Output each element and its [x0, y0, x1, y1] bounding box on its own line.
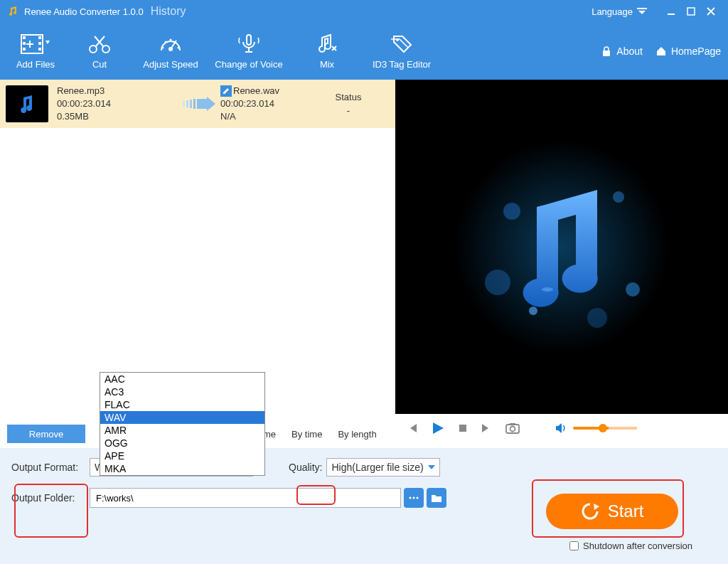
- minimize-button[interactable]: [661, 4, 681, 19]
- close-button[interactable]: [701, 4, 721, 19]
- edit-target-icon[interactable]: [220, 85, 232, 97]
- play-button[interactable]: [431, 421, 445, 435]
- start-label: Start: [608, 501, 644, 521]
- svg-rect-28: [455, 140, 668, 353]
- prev-button[interactable]: [407, 422, 418, 434]
- quality-select[interactable]: High(Larger file size): [326, 458, 440, 477]
- svg-rect-2: [668, 14, 675, 15]
- homepage-label: HomePage: [671, 46, 721, 57]
- tool-label: Mix: [320, 59, 334, 70]
- svg-rect-25: [193, 99, 196, 109]
- status-header: Status: [313, 92, 384, 102]
- svg-point-31: [485, 270, 510, 295]
- source-size: 0.35MB: [57, 110, 178, 123]
- format-option-mka[interactable]: MKA: [100, 462, 264, 475]
- format-option-ape[interactable]: APE: [100, 449, 264, 462]
- quality-value: High(Larger file size): [331, 462, 423, 473]
- svg-point-43: [417, 497, 419, 499]
- tool-label: Cut: [92, 59, 107, 70]
- sort-by-length[interactable]: By length: [338, 429, 376, 440]
- svg-rect-19: [247, 35, 251, 45]
- chevron-down-icon: [637, 8, 647, 15]
- svg-rect-8: [38, 36, 41, 39]
- format-option-amr[interactable]: AMR: [100, 424, 264, 437]
- shutdown-checkbox[interactable]: [569, 541, 579, 550]
- snapshot-button[interactable]: [505, 422, 520, 435]
- playback-controls: [395, 414, 728, 442]
- path-more-button[interactable]: [404, 488, 424, 508]
- maximize-button[interactable]: [681, 4, 701, 19]
- about-link[interactable]: About: [601, 46, 643, 57]
- volume-slider[interactable]: [573, 427, 637, 430]
- svg-rect-6: [23, 42, 26, 45]
- output-format-dropdown-list[interactable]: AACAC3FLACWAVAMROGGAPEMKA: [100, 372, 265, 476]
- output-folder-input[interactable]: [90, 488, 401, 508]
- tag-icon: [390, 33, 414, 55]
- svg-marker-1: [638, 11, 646, 14]
- svg-point-39: [510, 427, 515, 432]
- app-title: Renee Audio Converter 1.0.0: [24, 6, 144, 17]
- svg-point-16: [165, 41, 167, 43]
- homepage-link[interactable]: HomePage: [655, 46, 721, 57]
- music-preview-icon: [395, 80, 728, 414]
- stop-button[interactable]: [458, 423, 468, 433]
- svg-rect-24: [190, 100, 192, 108]
- svg-rect-23: [186, 100, 188, 107]
- browse-folder-button[interactable]: [427, 488, 446, 508]
- svg-rect-0: [637, 8, 647, 9]
- sort-by-time[interactable]: By time: [291, 429, 322, 440]
- mix-button[interactable]: Mix: [291, 23, 363, 80]
- svg-point-33: [529, 307, 537, 315]
- source-duration: 00:00:23.014: [57, 97, 178, 110]
- svg-rect-26: [197, 99, 207, 109]
- mix-icon: [315, 33, 339, 55]
- svg-point-35: [542, 287, 553, 292]
- svg-rect-37: [459, 425, 466, 432]
- convert-arrow-icon: [178, 95, 220, 112]
- tool-label: Adjust Speed: [143, 59, 198, 70]
- svg-rect-22: [183, 101, 185, 107]
- id3-tag-editor-button[interactable]: ID3 Tag Editor: [363, 23, 441, 80]
- file-list-panel: Renee.mp3 00:00:23.014 0.35MB Renee.wav …: [0, 80, 395, 414]
- format-option-aac[interactable]: AAC: [100, 373, 264, 385]
- language-dropdown[interactable]: Language: [592, 6, 647, 17]
- history-link[interactable]: History: [151, 5, 186, 18]
- next-button[interactable]: [481, 422, 492, 434]
- tool-label: Change of Voice: [215, 59, 282, 70]
- svg-point-30: [613, 191, 624, 203]
- svg-rect-3: [687, 8, 695, 15]
- remove-button[interactable]: Remove: [7, 425, 85, 443]
- output-format-label: Output Format:: [11, 462, 90, 473]
- format-option-ogg[interactable]: OGG: [100, 437, 264, 449]
- output-folder-label: Output Folder:: [11, 492, 90, 504]
- about-label: About: [616, 46, 643, 57]
- scissors-icon: [87, 33, 112, 55]
- change-of-voice-button[interactable]: Change of Voice: [206, 23, 291, 80]
- svg-marker-36: [433, 422, 444, 434]
- gauge-icon: [159, 33, 183, 55]
- file-row[interactable]: Renee.mp3 00:00:23.014 0.35MB Renee.wav …: [0, 80, 395, 128]
- svg-point-18: [178, 46, 180, 48]
- refresh-icon: [581, 502, 599, 521]
- svg-rect-5: [23, 36, 26, 39]
- svg-point-34: [587, 308, 607, 328]
- lock-icon: [601, 46, 612, 57]
- adjust-speed-button[interactable]: Adjust Speed: [135, 23, 206, 80]
- start-button[interactable]: Start: [546, 494, 678, 529]
- chevron-down-icon: [428, 465, 435, 469]
- tool-label: Add Files: [16, 59, 55, 70]
- format-option-wav[interactable]: WAV: [100, 411, 264, 424]
- svg-point-29: [503, 203, 520, 220]
- film-add-icon: [20, 33, 51, 55]
- cut-button[interactable]: Cut: [64, 23, 135, 80]
- format-option-ac3[interactable]: AC3: [100, 385, 264, 398]
- volume-icon[interactable]: [555, 422, 567, 434]
- add-files-button[interactable]: Add Files: [7, 23, 64, 80]
- svg-marker-11: [46, 41, 50, 44]
- preview-panel: [395, 80, 728, 414]
- format-option-flac[interactable]: FLAC: [100, 398, 264, 411]
- tool-label: ID3 Tag Editor: [373, 59, 431, 70]
- microphone-icon: [237, 33, 261, 55]
- svg-marker-27: [207, 97, 215, 111]
- shutdown-label: Shutdown after conversion: [583, 541, 692, 551]
